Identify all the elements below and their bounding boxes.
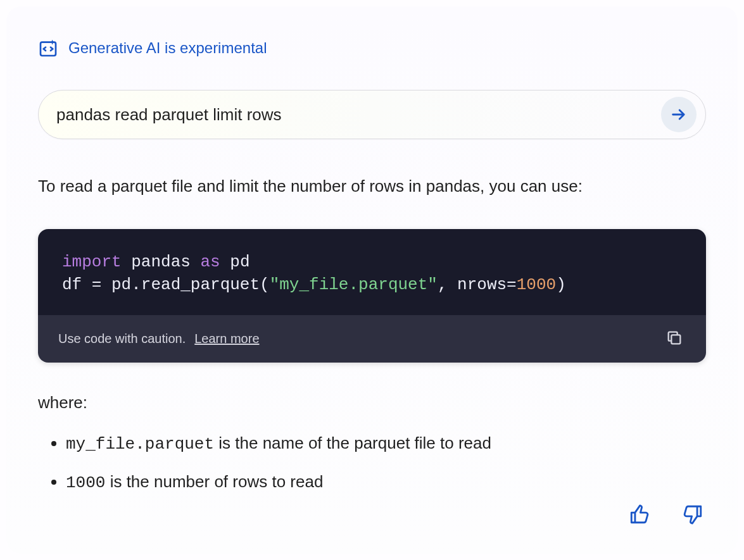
copy-button[interactable] [663, 327, 686, 351]
list-item: my_file.parquet is the name of the parqu… [66, 432, 706, 456]
caution-text: Use code with caution. [58, 332, 186, 346]
code-footer: Use code with caution. Learn more [38, 315, 706, 363]
where-list: my_file.parquet is the name of the parqu… [38, 432, 706, 494]
thumbs-up-icon [629, 504, 650, 525]
copy-icon [665, 329, 683, 347]
header-title: Generative AI is experimental [68, 39, 267, 57]
search-input[interactable] [56, 105, 661, 125]
thumbs-down-button[interactable] [679, 501, 706, 530]
feedback-row [626, 501, 706, 530]
code-block: import pandas as pd df = pd.read_parquet… [38, 229, 706, 363]
inline-code: my_file.parquet [66, 435, 214, 454]
thumbs-up-button[interactable] [626, 501, 653, 530]
ai-answer-card: Generative AI is experimental To read a … [6, 6, 738, 554]
where-label: where: [38, 393, 706, 413]
header: Generative AI is experimental [38, 38, 706, 58]
thumbs-down-icon [682, 504, 703, 525]
arrow-right-icon [670, 106, 688, 123]
submit-button[interactable] [661, 97, 697, 132]
inline-code: 1000 [66, 473, 105, 492]
code-content: import pandas as pd df = pd.read_parquet… [38, 229, 706, 316]
search-bar [38, 90, 706, 139]
list-item: 1000 is the number of rows to read [66, 470, 706, 494]
sparkle-code-icon [38, 38, 58, 58]
learn-more-link[interactable]: Learn more [194, 332, 259, 346]
svg-rect-1 [671, 335, 680, 344]
intro-text: To read a parquet file and limit the num… [38, 175, 706, 199]
